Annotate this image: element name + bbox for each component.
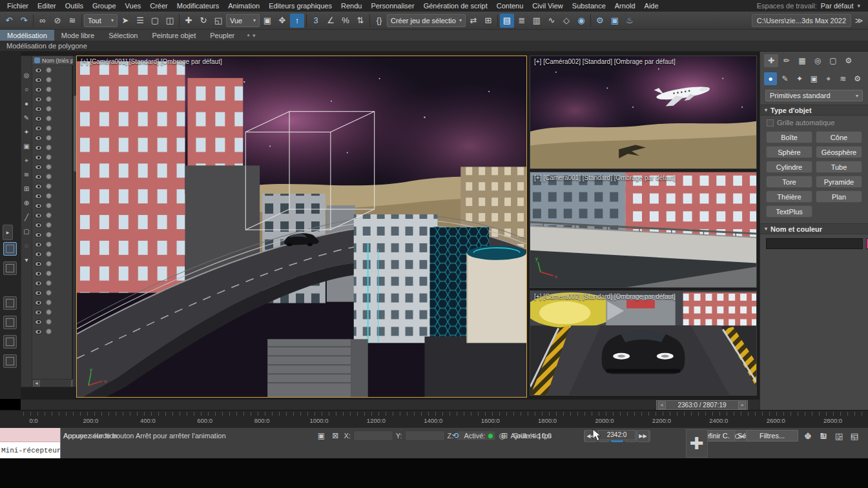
scene-object-row[interactable] xyxy=(32,327,73,336)
visibility-eye-icon[interactable] xyxy=(35,310,42,315)
object-button-plan[interactable]: Plan xyxy=(816,190,862,203)
select-and-manipulate-icon[interactable]: ✥ xyxy=(275,14,289,28)
visibility-eye-icon[interactable] xyxy=(35,232,42,238)
explorer-header[interactable]: Nom (triés pa xyxy=(32,56,79,65)
object-button-tore[interactable]: Tore xyxy=(766,176,812,188)
viewport-mid-right[interactable]: xy [+] [Camera001] [Standard] [Ombrage p… xyxy=(530,172,757,288)
menu-item-fichier[interactable]: Fichier xyxy=(3,0,33,12)
object-name-input[interactable] xyxy=(766,238,863,249)
scene-object-row[interactable] xyxy=(32,201,73,210)
viewport-layout-tab-5[interactable] xyxy=(3,335,17,349)
explorer-pin-icon[interactable]: ▾ xyxy=(21,255,32,265)
scene-explorer-toggle-icon[interactable]: ▤ xyxy=(500,14,514,28)
explorer-display-cameras-icon[interactable]: ▣ xyxy=(21,141,32,151)
time-slider-track[interactable]: < 2363:0 / 2807:19 > xyxy=(21,399,760,410)
menu-item-arnold[interactable]: Arnold xyxy=(610,0,640,12)
project-path-display[interactable]: C:\Users\zie...3ds Max 2022 xyxy=(752,14,851,27)
viewport-layout-tab-2[interactable] xyxy=(3,261,17,275)
scene-object-row[interactable] xyxy=(32,288,73,298)
menu-item-editer[interactable]: Editer xyxy=(33,0,61,12)
select-and-rotate-icon[interactable]: ↻ xyxy=(196,14,211,28)
autogrid-checkbox[interactable] xyxy=(767,119,774,127)
menu-item-substance[interactable]: Substance xyxy=(568,0,610,12)
systems-category[interactable]: ⚙ xyxy=(851,72,864,85)
object-type-rollout-header[interactable]: ▾ Type d'objet xyxy=(760,105,868,116)
hierarchy-tab[interactable]: ▦ xyxy=(795,54,809,67)
ribbon-tab-s-lection[interactable]: Sélection xyxy=(101,30,145,41)
explorer-display-shapes-icon[interactable]: ✎ xyxy=(21,113,32,123)
menu-item-contenu[interactable]: Contenu xyxy=(492,0,528,12)
next-key-button[interactable]: ▶▶ xyxy=(637,430,649,442)
maxscript-mini-listener[interactable]: Mini-récepteur xyxy=(0,428,61,459)
name-color-rollout-header[interactable]: ▾ Nom et couleur xyxy=(760,223,868,234)
scene-object-row[interactable] xyxy=(32,269,73,278)
explorer-display-bones-icon[interactable]: ╱ xyxy=(21,212,32,222)
motion-tab[interactable]: ◎ xyxy=(811,54,825,67)
rendered-frame-icon[interactable]: ▣ xyxy=(608,14,622,28)
explorer-display-spacewarps-icon[interactable]: ≋ xyxy=(21,170,32,179)
scene-object-row[interactable] xyxy=(32,298,73,307)
viewport-top-right[interactable]: [+] [Caméra002] [Standard] [Ombrage par … xyxy=(530,56,757,169)
viewport-mid-right-label[interactable]: [+] [Camera001] [Standard] [Ombrage par … xyxy=(534,174,676,181)
visibility-eye-icon[interactable] xyxy=(35,194,42,199)
object-button-sph-re[interactable]: Sphère xyxy=(766,146,812,158)
object-button-th-i-re[interactable]: Théière xyxy=(766,190,812,203)
utilities-tab[interactable]: ⚙ xyxy=(842,54,856,67)
object-button-textplus[interactable]: TextPlus xyxy=(766,205,812,218)
scene-object-row[interactable] xyxy=(32,75,73,85)
scene-object-row[interactable] xyxy=(32,210,73,220)
current-frame-field[interactable]: 2342:0 xyxy=(598,430,636,440)
set-key-big-button[interactable]: ✚ xyxy=(686,429,708,458)
render-setup-icon[interactable]: ⚙ xyxy=(593,14,607,28)
scene-object-row[interactable] xyxy=(32,317,73,327)
scene-object-row[interactable] xyxy=(32,230,73,239)
viewport-main-label[interactable]: [+] [Caméra001] [Standard] [Ombrage par … xyxy=(81,58,222,65)
select-and-scale-icon[interactable]: ◱ xyxy=(211,14,225,28)
angle-snap-icon[interactable]: ∠ xyxy=(324,14,338,28)
visibility-eye-icon[interactable] xyxy=(35,116,42,121)
helpers-category[interactable]: ⌖ xyxy=(822,72,835,85)
modify-tab[interactable]: ✏ xyxy=(780,54,794,67)
visibility-eye-icon[interactable] xyxy=(35,126,42,131)
track-bar[interactable]: 0:0200:0400:0600:0800:01000:01200:01400:… xyxy=(0,410,868,427)
viewport-bottom-right[interactable]: [+] [Camera002] [Standard] [Ombrage par … xyxy=(530,290,757,396)
unlink-selection-icon[interactable]: ⊘ xyxy=(50,14,65,28)
ribbon-toggle-icon[interactable]: ▥ xyxy=(530,14,544,28)
menu-item-g-n-ration-de-script[interactable]: Génération de script xyxy=(419,0,492,12)
visibility-eye-icon[interactable] xyxy=(35,242,42,247)
select-and-move-icon[interactable]: ✚ xyxy=(181,14,196,28)
field-of-view-icon[interactable]: ◲ xyxy=(832,429,846,442)
visibility-eye-icon[interactable] xyxy=(35,87,42,92)
maximize-viewport-icon[interactable]: ◱ xyxy=(847,429,862,442)
object-button-cylindre[interactable]: Cylindre xyxy=(766,161,812,173)
explorer-display-none-icon[interactable]: ○ xyxy=(21,85,32,94)
mirror-icon[interactable]: ⇄ xyxy=(466,14,480,28)
visibility-eye-icon[interactable] xyxy=(35,261,42,267)
scene-object-row[interactable] xyxy=(32,259,73,269)
previous-key-button[interactable]: ◀◀ xyxy=(584,430,597,442)
explorer-display-helpers-icon[interactable]: ⌖ xyxy=(21,156,32,165)
explorer-display-xrefs-icon[interactable]: ⊕ xyxy=(21,198,32,208)
snap-toggle-3d-icon[interactable]: 3 xyxy=(309,14,323,28)
visibility-eye-icon[interactable] xyxy=(35,174,42,179)
scene-object-row[interactable] xyxy=(32,172,73,181)
visibility-eye-icon[interactable] xyxy=(35,281,42,286)
visibility-eye-icon[interactable] xyxy=(35,329,42,334)
workspace-selector[interactable]: Espaces de travail: Par défaut ▾ xyxy=(757,2,865,10)
create-selection-set-dropdown[interactable]: Créer jeu de sélectio▾ xyxy=(387,14,466,27)
render-production-icon[interactable]: ♨ xyxy=(623,14,637,28)
previous-frame-nub[interactable]: < xyxy=(658,402,666,409)
orbit-icon[interactable]: ↻ xyxy=(816,429,831,442)
key-filters-button[interactable]: Filtres... xyxy=(746,430,798,442)
scroll-left-button[interactable]: ◂ xyxy=(33,380,40,387)
menu-item-civil-view[interactable]: Civil View xyxy=(528,0,567,12)
select-by-name-icon[interactable]: ☰ xyxy=(133,14,147,28)
expand-panel-arrow[interactable]: ▸ xyxy=(3,225,13,240)
geometry-category[interactable]: ● xyxy=(764,72,777,85)
scene-object-row[interactable] xyxy=(32,278,73,288)
object-button-c-ne[interactable]: Cône xyxy=(816,131,862,143)
menu-item-animation[interactable]: Animation xyxy=(223,0,264,12)
ribbon-tab-peinture-objet[interactable]: Peinture objet xyxy=(145,30,203,41)
scene-object-row[interactable] xyxy=(32,94,73,104)
explorer-display-geometry-icon[interactable]: ● xyxy=(21,99,32,108)
